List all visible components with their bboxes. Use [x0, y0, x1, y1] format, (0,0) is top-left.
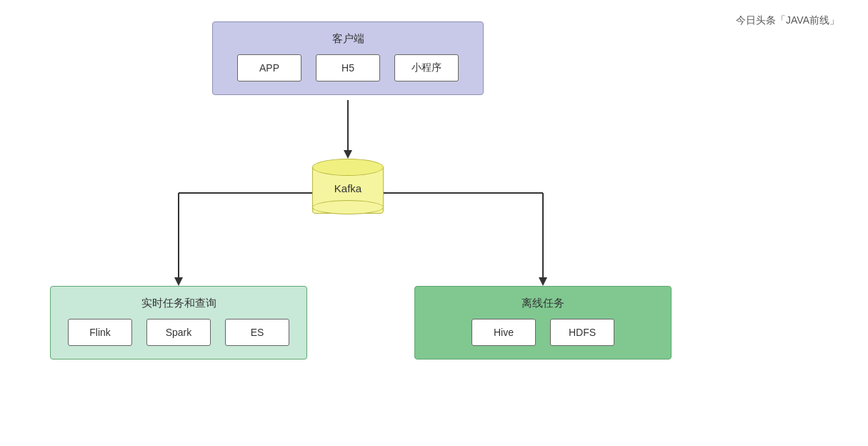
svg-marker-7: [539, 277, 547, 286]
offline-item-hive: Hive: [472, 319, 536, 346]
diagram-container: 今日头条「JAVA前线」 客户端 APP H5 小程序 Kafka 实时任务和查…: [0, 0, 868, 446]
realtime-item-es: ES: [225, 319, 289, 346]
offline-box: 离线任务 Hive HDFS: [414, 286, 672, 360]
realtime-items: Flink Spark ES: [68, 319, 289, 346]
kafka-bottom-ellipse: [312, 200, 384, 214]
client-box: 客户端 APP H5 小程序: [212, 21, 484, 95]
client-items: APP H5 小程序: [237, 54, 459, 81]
client-item-miniapp: 小程序: [394, 54, 459, 81]
realtime-item-spark: Spark: [146, 319, 211, 346]
kafka-label: Kafka: [334, 182, 361, 194]
offline-item-hdfs: HDFS: [550, 319, 614, 346]
client-label: 客户端: [332, 32, 364, 46]
realtime-item-flink: Flink: [68, 319, 132, 346]
svg-marker-4: [174, 277, 183, 286]
realtime-box: 实时任务和查询 Flink Spark ES: [50, 286, 307, 360]
offline-label: 离线任务: [522, 297, 564, 310]
client-item-app: APP: [237, 54, 301, 81]
svg-marker-1: [344, 150, 352, 159]
client-item-h5: H5: [316, 54, 380, 81]
kafka-cylinder: Kafka: [312, 159, 384, 216]
kafka-top-ellipse: [312, 159, 384, 176]
offline-items: Hive HDFS: [472, 319, 614, 346]
realtime-label: 实时任务和查询: [141, 297, 216, 310]
